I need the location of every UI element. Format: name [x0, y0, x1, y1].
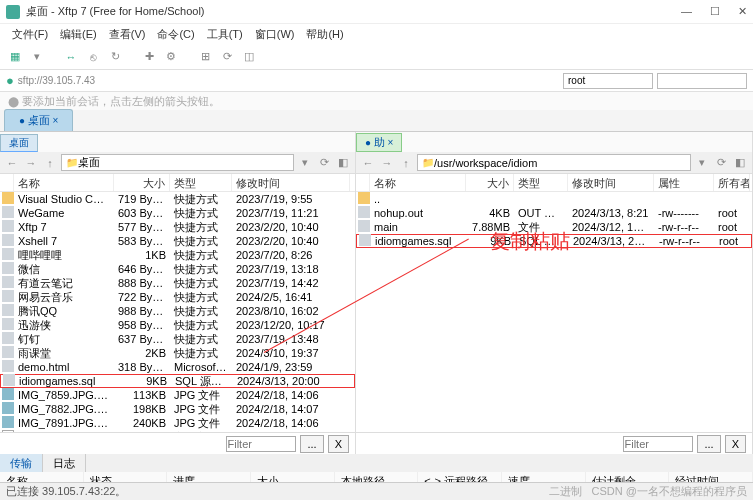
remote-pane: ● 助 × ← → ↑ 📁 /usr/workspace/idiom ▾ ⟳ ◧… — [356, 132, 753, 454]
fwd-icon[interactable]: → — [23, 155, 39, 171]
local-columns: 名称大小类型修改时间 — [0, 174, 355, 192]
file-row[interactable]: 哩哔哩哩1KB快捷方式2023/7/20, 8:26 — [0, 248, 355, 262]
app-icon — [6, 5, 20, 19]
reconnect-icon[interactable]: ↻ — [106, 48, 124, 66]
file-row[interactable]: idiomgames.sql9KBSQL 源文件2024/3/13, 20:00 — [0, 374, 355, 388]
refresh-icon[interactable]: ⟳ — [218, 48, 236, 66]
remote-opts-icon[interactable]: ⟳ — [713, 155, 729, 171]
menu-window[interactable]: 窗口(W) — [251, 27, 299, 42]
file-row[interactable]: WeGame603 Bytes快捷方式2023/7/19, 11:21 — [0, 206, 355, 220]
local-tab[interactable]: 桌面 — [0, 134, 38, 152]
tab-transfer[interactable]: 传输 — [0, 454, 43, 472]
menu-view[interactable]: 查看(V) — [105, 27, 150, 42]
remote-filter-clear[interactable]: X — [725, 435, 746, 453]
address-bar: ● sftp://39.105.7.43 — [0, 70, 753, 92]
hint-text: ⬤ 要添加当前会话，点击左侧的箭头按钮。 — [0, 92, 753, 110]
up-icon[interactable]: ↑ — [42, 155, 58, 171]
tab-log[interactable]: 日志 — [43, 454, 86, 472]
disconnect-icon[interactable]: ⎋ — [84, 48, 102, 66]
refresh-local-icon[interactable]: ▾ — [297, 155, 313, 171]
file-row[interactable]: Xshell 7583 Bytes快捷方式2023/2/20, 10:40 — [0, 234, 355, 248]
file-row[interactable]: idiomgames.sql9KBSQL 源文件2024/3/13, 20:14… — [356, 234, 752, 248]
back-icon[interactable]: ← — [4, 155, 20, 171]
file-row[interactable]: .. — [356, 192, 752, 206]
file-row[interactable]: main7.88MB文件2024/3/12, 18:20-rw-r--r--ro… — [356, 220, 752, 234]
address-text[interactable]: sftp://39.105.7.43 — [18, 75, 559, 86]
close-button[interactable]: ✕ — [738, 5, 747, 18]
remote-file-list[interactable]: ..nohup.out4KBOUT 文件2024/3/13, 8:21-rw--… — [356, 192, 752, 432]
minimize-button[interactable]: — — [681, 5, 692, 18]
titlebar: 桌面 - Xftp 7 (Free for Home/School) — ☐ ✕ — [0, 0, 753, 24]
session-status-icon: ● — [6, 73, 14, 88]
more-local-icon[interactable]: ◧ — [335, 155, 351, 171]
connect-icon[interactable]: ↔ — [62, 48, 80, 66]
remote-up-icon[interactable]: ↑ — [398, 155, 414, 171]
status-text: 已连接 39.105.7.43:22。 — [6, 484, 126, 499]
session-tab-desktop[interactable]: ● 桌面 × — [4, 109, 73, 131]
menubar: 文件(F) 编辑(E) 查看(V) 命令(C) 工具(T) 窗口(W) 帮助(H… — [0, 24, 753, 44]
menu-tools[interactable]: 工具(T) — [203, 27, 247, 42]
file-row[interactable]: IMG_7891.JPG.JPG240KBJPG 文件2024/2/18, 14… — [0, 416, 355, 430]
file-row[interactable]: Visual Studio Code719 Bytes快捷方式2023/7/19… — [0, 192, 355, 206]
remote-back-icon[interactable]: ← — [360, 155, 376, 171]
opts-local-icon[interactable]: ⟳ — [316, 155, 332, 171]
session-tabs: ● 桌面 × — [0, 110, 753, 132]
file-row[interactable]: 微信646 Bytes快捷方式2023/7/19, 13:18 — [0, 262, 355, 276]
file-row[interactable]: IMG_7882.JPG.JPG198KBJPG 文件2024/2/18, 14… — [0, 402, 355, 416]
window-title: 桌面 - Xftp 7 (Free for Home/School) — [26, 4, 681, 19]
toolbar: ▦ ▾ ↔ ⎋ ↻ ✚ ⚙ ⊞ ⟳ ◫ — [0, 44, 753, 70]
menu-edit[interactable]: 编辑(E) — [56, 27, 101, 42]
password-input[interactable] — [657, 73, 747, 89]
remote-path[interactable]: 📁 /usr/workspace/idiom — [417, 154, 691, 171]
file-row[interactable]: 雨课堂2KB快捷方式2024/3/10, 19:37 — [0, 346, 355, 360]
local-filter-clear[interactable]: X — [328, 435, 349, 453]
open-icon[interactable]: ▾ — [28, 48, 46, 66]
new-session-icon[interactable]: ▦ — [6, 48, 24, 66]
remote-more-icon[interactable]: ◧ — [732, 155, 748, 171]
status-bar: 已连接 39.105.7.43:22。 二进制 CSDN @一名不想编程的程序员 — [0, 482, 753, 500]
local-filter-input[interactable] — [226, 436, 296, 452]
local-path[interactable]: 📁 桌面 — [61, 154, 294, 171]
properties-icon[interactable]: ⚙ — [162, 48, 180, 66]
remote-fwd-icon[interactable]: → — [379, 155, 395, 171]
remote-filter-input[interactable] — [623, 436, 693, 452]
view-icon[interactable]: ⊞ — [196, 48, 214, 66]
file-row[interactable]: IMG_7859.JPG.JPG113KBJPG 文件2024/2/18, 14… — [0, 388, 355, 402]
remote-filter-more[interactable]: ... — [697, 435, 720, 453]
menu-help[interactable]: 帮助(H) — [302, 27, 347, 42]
local-pane: 桌面 ← → ↑ 📁 桌面 ▾ ⟳ ◧ 名称大小类型修改时间 Visual St… — [0, 132, 356, 454]
file-row[interactable]: 有道云笔记888 Bytes快捷方式2023/7/19, 14:42 — [0, 276, 355, 290]
file-row[interactable]: demo.html318 BytesMicrosoft ...2024/1/9,… — [0, 360, 355, 374]
bottom-tabs: 传输 日志 — [0, 454, 753, 472]
file-row[interactable]: 腾讯QQ988 Bytes快捷方式2023/8/10, 16:02 — [0, 304, 355, 318]
file-row[interactable]: 迅游侠958 Bytes快捷方式2023/12/20, 10:17 — [0, 318, 355, 332]
file-row[interactable]: Xftp 7577 Bytes快捷方式2023/2/20, 10:40 — [0, 220, 355, 234]
maximize-button[interactable]: ☐ — [710, 5, 720, 18]
file-row[interactable]: 网易云音乐722 Bytes快捷方式2024/2/5, 16:41 — [0, 290, 355, 304]
local-filter-more[interactable]: ... — [300, 435, 323, 453]
remote-columns: 名称大小类型修改时间属性所有者 — [356, 174, 752, 192]
new-icon[interactable]: ✚ — [140, 48, 158, 66]
local-file-list[interactable]: Visual Studio Code719 Bytes快捷方式2023/7/19… — [0, 192, 355, 432]
remote-refresh-icon[interactable]: ▾ — [694, 155, 710, 171]
menu-command[interactable]: 命令(C) — [153, 27, 198, 42]
file-row[interactable]: nohup.out4KBOUT 文件2024/3/13, 8:21-rw----… — [356, 206, 752, 220]
layout-icon[interactable]: ◫ — [240, 48, 258, 66]
file-row[interactable]: 钉钉637 Bytes快捷方式2023/7/19, 13:48 — [0, 332, 355, 346]
menu-file[interactable]: 文件(F) — [8, 27, 52, 42]
username-input[interactable] — [563, 73, 653, 89]
remote-tab[interactable]: ● 助 × — [356, 133, 402, 152]
